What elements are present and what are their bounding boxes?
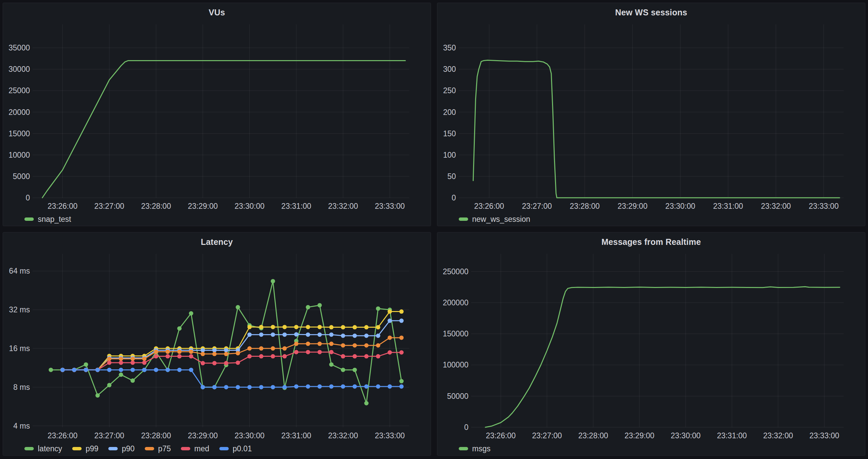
series-point-p75	[189, 350, 193, 354]
legend-swatch-new_ws_session	[459, 218, 468, 221]
series-line-p0.01	[63, 370, 402, 387]
legend-item-med[interactable]: med	[181, 444, 209, 453]
series-line-latency	[51, 281, 402, 403]
x-tick-label: 23:27:00	[522, 202, 552, 210]
y-tick-label: 0	[26, 193, 30, 202]
panel-latency: Latency 4 ms8 ms16 ms32 ms64 ms23:26:002…	[3, 232, 431, 456]
series-point-p75	[154, 350, 158, 354]
legend-item-new_ws_session[interactable]: new_ws_session	[459, 215, 530, 224]
series-point-p0.01	[259, 385, 264, 389]
series-point-p0.01	[294, 384, 299, 389]
series-point-med	[341, 354, 345, 358]
series-point-med	[352, 354, 357, 358]
series-point-latency	[177, 326, 182, 331]
series-point-p99	[271, 325, 275, 329]
legend-new-ws-sessions: new_ws_session	[437, 212, 865, 226]
series-line-msgs	[486, 287, 840, 427]
x-tick-label: 23:33:00	[375, 202, 405, 210]
y-tick-label: 0	[464, 423, 468, 432]
chart-messages-from-realtime[interactable]: 05000010000015000020000025000023:26:0023…	[437, 251, 865, 442]
series-point-p90	[306, 332, 310, 337]
series-point-p90	[329, 332, 334, 337]
series-point-p99	[282, 325, 287, 329]
legend-item-msgs[interactable]: msgs	[459, 444, 491, 453]
series-point-med	[236, 360, 240, 365]
x-tick-label: 23:32:00	[761, 202, 791, 210]
series-point-p0.01	[95, 368, 100, 372]
series-point-p90	[352, 334, 357, 338]
series-point-p75	[388, 335, 392, 340]
series-point-p90	[388, 319, 392, 323]
series-point-p75	[376, 343, 380, 348]
x-tick-label: 23:30:00	[665, 202, 695, 210]
series-point-p0.01	[282, 385, 287, 389]
legend-latency: latencyp99p90p75medp0.01	[3, 442, 431, 455]
grafana-dashboard: VUs 050001000015000200002500030000350002…	[0, 0, 868, 459]
series-point-p75	[130, 357, 135, 361]
series-point-p90	[341, 334, 345, 338]
legend-swatch-p0.01	[219, 447, 229, 450]
series-point-med	[177, 354, 182, 358]
series-point-p0.01	[72, 368, 76, 372]
legend-swatch-p99	[72, 447, 82, 450]
panel-title-messages-from-realtime[interactable]: Messages from Realtime	[437, 232, 865, 251]
series-point-med	[165, 354, 170, 358]
series-point-med	[388, 351, 392, 355]
series-point-p75	[341, 343, 345, 348]
series-line-p99	[63, 312, 402, 370]
series-point-p99	[294, 325, 299, 329]
series-point-p0.01	[200, 385, 205, 389]
series-point-p90	[399, 319, 404, 323]
series-point-p0.01	[212, 385, 217, 389]
panel-title-vus[interactable]: VUs	[3, 3, 431, 22]
x-tick-label: 23:30:00	[235, 202, 265, 210]
panel-title-new-ws-sessions[interactable]: New WS sessions	[437, 3, 865, 22]
legend-label-p0.01: p0.01	[233, 444, 252, 453]
series-point-med	[247, 354, 252, 358]
series-point-p0.01	[224, 385, 228, 389]
y-tick-label: 64 ms	[9, 267, 30, 275]
chart-vus[interactable]: 0500010000150002000025000300003500023:26…	[3, 22, 431, 212]
x-tick-label: 23:26:00	[486, 431, 516, 440]
series-point-p90	[247, 332, 252, 337]
x-tick-label: 23:29:00	[625, 431, 655, 440]
series-point-latency	[364, 401, 369, 405]
legend-swatch-p75	[145, 447, 154, 450]
y-tick-label: 20000	[9, 108, 30, 117]
legend-swatch-med	[181, 447, 190, 450]
legend-item-p0.01[interactable]: p0.01	[219, 444, 252, 453]
series-point-latency	[130, 379, 135, 383]
series-point-p75	[282, 347, 287, 351]
y-tick-label: 8 ms	[13, 383, 30, 392]
x-tick-label: 23:28:00	[578, 431, 608, 440]
series-point-med	[130, 360, 135, 365]
series-point-latency	[352, 368, 357, 372]
panel-title-latency[interactable]: Latency	[3, 232, 431, 251]
series-point-p0.01	[177, 368, 182, 372]
series-point-med	[107, 360, 111, 365]
chart-new-ws-sessions[interactable]: 05010015020025030035023:26:0023:27:0023:…	[437, 22, 865, 212]
legend-item-p99[interactable]: p99	[72, 444, 98, 453]
series-point-p75	[224, 352, 228, 356]
legend-item-latency[interactable]: latency	[24, 444, 62, 453]
legend-label-p99: p99	[86, 444, 98, 453]
legend-item-p90[interactable]: p90	[108, 444, 134, 453]
legend-label-msgs: msgs	[472, 444, 491, 453]
legend-item-snap_test[interactable]: snap_test	[24, 215, 71, 224]
series-point-p90	[376, 334, 380, 338]
y-tick-label: 16 ms	[9, 344, 30, 353]
series-point-med	[306, 350, 310, 354]
x-tick-label: 23:26:00	[474, 202, 504, 210]
x-tick-label: 23:31:00	[713, 202, 743, 210]
series-line-p75	[63, 338, 402, 370]
legend-item-p75[interactable]: p75	[145, 444, 171, 453]
x-tick-label: 23:31:00	[281, 431, 311, 440]
legend-label-p75: p75	[158, 444, 171, 453]
chart-latency[interactable]: 4 ms8 ms16 ms32 ms64 ms23:26:0023:27:002…	[3, 251, 431, 442]
series-point-med	[119, 360, 123, 365]
y-tick-label: 300	[443, 65, 456, 73]
series-point-med	[224, 361, 228, 365]
series-point-latency	[318, 303, 322, 307]
series-line-new_ws_session	[473, 60, 840, 198]
series-point-p90	[271, 332, 275, 337]
